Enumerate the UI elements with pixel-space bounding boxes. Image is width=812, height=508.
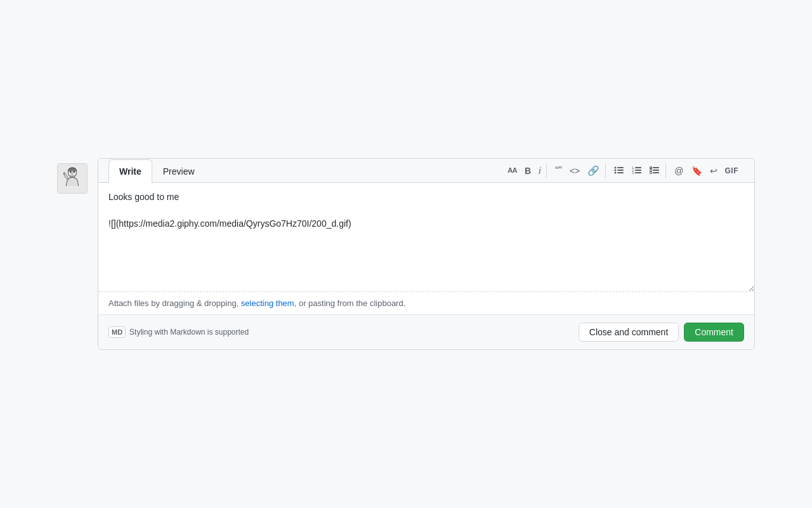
- reply-button[interactable]: ↩︎: [707, 164, 721, 178]
- mention-icon: @: [674, 166, 683, 175]
- svg-point-8: [615, 171, 617, 173]
- task-list-icon: [650, 166, 660, 176]
- gif-icon: GIF: [725, 167, 739, 175]
- comment-button[interactable]: Comment: [684, 323, 744, 342]
- attach-area: Attach files by dragging & dropping, sel…: [98, 291, 754, 314]
- editor-footer: MD Styling with Markdown is supported Cl…: [98, 314, 754, 349]
- tab-preview[interactable]: Preview: [152, 159, 206, 183]
- avatar: [57, 163, 88, 194]
- link-button[interactable]: 🔗: [584, 163, 603, 178]
- comment-area: Write Preview AA B i: [57, 158, 755, 350]
- italic-icon: i: [539, 166, 540, 175]
- quote-icon: “”: [555, 166, 562, 176]
- svg-point-2: [70, 171, 71, 172]
- tabs-left: Write Preview: [108, 159, 206, 182]
- bold-icon: B: [525, 166, 531, 175]
- toolbar: AA B i “”: [502, 159, 744, 182]
- italic-button[interactable]: i: [535, 164, 544, 178]
- footer-buttons: Close and comment Comment: [579, 323, 744, 342]
- code-icon: <>: [570, 166, 580, 175]
- tab-write[interactable]: Write: [108, 159, 152, 183]
- ordered-list-button[interactable]: 1. 2. 3.: [629, 163, 645, 178]
- bookmark-icon: 🔖: [691, 166, 702, 175]
- heading-button[interactable]: AA: [504, 164, 520, 177]
- unordered-list-button[interactable]: [611, 163, 627, 178]
- editor-container: Write Preview AA B i: [98, 158, 755, 350]
- editor-body: Looks good to me ![](https://media2.giph…: [98, 183, 754, 291]
- svg-point-3: [74, 171, 75, 172]
- attach-text2: , or pasting from the clipboard.: [294, 298, 406, 308]
- ordered-list-icon: 1. 2. 3.: [632, 166, 642, 176]
- page-wrapper: Write Preview AA B i: [0, 0, 812, 508]
- svg-rect-5: [617, 167, 624, 168]
- svg-rect-17: [653, 167, 659, 168]
- unordered-list-icon: [614, 166, 624, 176]
- close-and-comment-button[interactable]: Close and comment: [579, 323, 679, 342]
- toolbar-group-text: AA B i: [502, 164, 547, 178]
- toolbar-group-format: “” <> 🔗: [549, 163, 606, 178]
- markdown-hint: MD Styling with Markdown is supported: [108, 326, 249, 338]
- reply-icon: ↩︎: [710, 166, 717, 175]
- svg-rect-18: [650, 169, 652, 171]
- svg-rect-11: [635, 167, 641, 168]
- heading-icon: AA: [508, 167, 517, 174]
- svg-rect-19: [653, 170, 659, 171]
- markdown-hint-text: Styling with Markdown is supported: [129, 328, 249, 337]
- toolbar-group-extras: @ 🔖 ↩︎ GIF: [669, 164, 744, 178]
- editor-tabs: Write Preview AA B i: [98, 159, 754, 183]
- task-list-button[interactable]: [646, 163, 663, 178]
- gif-button[interactable]: GIF: [722, 164, 742, 177]
- svg-rect-13: [635, 170, 641, 171]
- toolbar-group-lists: 1. 2. 3.: [608, 163, 666, 178]
- svg-rect-20: [650, 171, 652, 173]
- bold-button[interactable]: B: [521, 164, 534, 178]
- svg-rect-21: [653, 172, 659, 173]
- markdown-badge: MD: [108, 326, 126, 338]
- svg-point-6: [615, 169, 617, 171]
- bookmark-button[interactable]: 🔖: [688, 164, 705, 178]
- svg-rect-15: [635, 172, 641, 173]
- code-button[interactable]: <>: [566, 164, 583, 178]
- svg-point-4: [615, 166, 617, 168]
- quote-button[interactable]: “”: [552, 163, 565, 178]
- mention-button[interactable]: @: [671, 164, 686, 178]
- svg-rect-9: [617, 172, 624, 173]
- comment-textarea[interactable]: Looks good to me ![](https://media2.giph…: [98, 183, 754, 291]
- attach-text: Attach files by dragging & dropping,: [108, 298, 241, 308]
- attach-link[interactable]: selecting them: [241, 298, 294, 308]
- link-icon: 🔗: [587, 166, 599, 175]
- svg-rect-7: [617, 170, 624, 171]
